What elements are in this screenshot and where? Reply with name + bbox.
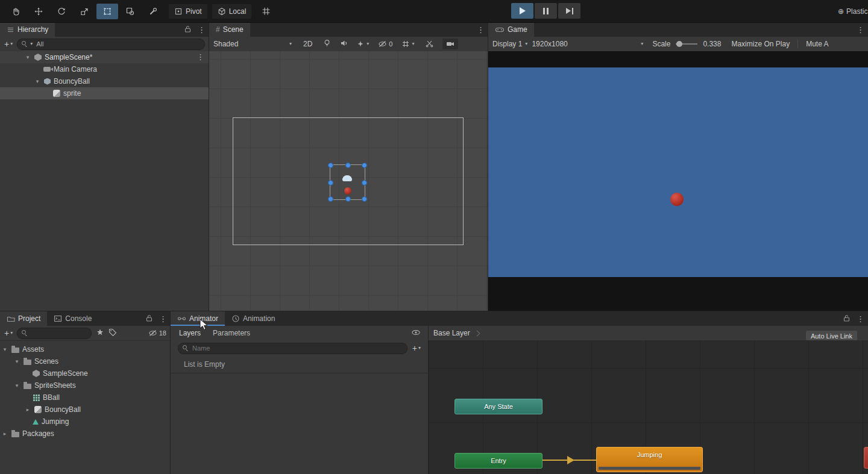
lock-icon[interactable] (842, 314, 851, 324)
kebab-icon[interactable]: ⋮ (159, 315, 167, 323)
tab-scene[interactable]: # Scene (209, 22, 250, 37)
hierarchy-search[interactable]: ▾ (17, 39, 205, 50)
step-button[interactable] (558, 3, 580, 19)
selection-handle[interactable] (362, 163, 367, 168)
mute-audio-button[interactable]: Mute A (806, 40, 828, 48)
play-controls (511, 3, 580, 19)
expander-icon[interactable]: ▾ (13, 358, 20, 364)
breadcrumb-base-layer[interactable]: Base Layer (433, 329, 470, 337)
caret-down-icon: ▾ (366, 42, 369, 46)
project-row-bball[interactable]: BBall (0, 391, 171, 404)
create-asset-button[interactable]: + ▾ (4, 329, 13, 337)
project-row-bouncyball[interactable]: ▸ BouncyBall (0, 404, 171, 416)
project-row-assets[interactable]: ▾ Assets (0, 343, 171, 355)
kebab-icon[interactable]: ⋮ (198, 26, 206, 34)
selection-handle[interactable] (362, 196, 367, 202)
expander-icon[interactable]: ▸ (1, 431, 8, 437)
tab-animation[interactable]: Animation (225, 311, 281, 326)
scene-cut-tool-button[interactable] (425, 39, 433, 49)
local-toggle-button[interactable]: Local (212, 4, 252, 19)
expander-icon[interactable]: ▸ (24, 407, 31, 413)
kebab-icon[interactable]: ⋮ (477, 26, 485, 34)
project-row-spritesheets[interactable]: ▾ SpriteSheets (0, 379, 171, 391)
create-menu-button[interactable]: + ▾ (4, 40, 13, 48)
search-by-type-button[interactable] (96, 328, 104, 338)
scene-effects-dropdown[interactable]: ▾ (356, 40, 369, 48)
scissors-icon (425, 39, 433, 48)
draw-mode-dropdown[interactable]: Shaded ▾ (213, 40, 292, 48)
search-by-label-button[interactable] (108, 328, 117, 338)
hierarchy-search-input[interactable] (35, 40, 200, 48)
selection-handle[interactable] (345, 163, 351, 168)
scale-tool-button[interactable] (74, 4, 95, 19)
layers-search[interactable] (178, 343, 407, 354)
hand-tool-button[interactable] (5, 4, 27, 19)
sprite-selection-box[interactable] (330, 164, 365, 200)
project-row-scenes[interactable]: ▾ Scenes (0, 355, 171, 367)
display-dropdown[interactable]: Display 1 ▾ (492, 40, 527, 48)
pivot-toggle-button[interactable]: Pivot (169, 4, 207, 19)
scene-grid-dropdown[interactable]: ▾ (401, 40, 414, 48)
selection-handle[interactable] (362, 180, 367, 186)
tab-hierarchy[interactable]: Hierarchy (0, 22, 55, 37)
selection-handle[interactable] (328, 163, 333, 168)
expander-icon[interactable]: ▾ (24, 54, 31, 60)
scale-slider[interactable] (676, 43, 697, 45)
node-jumping[interactable]: Jumping (596, 447, 703, 472)
lock-icon[interactable] (183, 25, 192, 35)
scene-lighting-button[interactable] (322, 39, 332, 49)
selection-handle[interactable] (328, 180, 333, 186)
tab-project[interactable]: Project (0, 311, 47, 326)
animator-graph[interactable]: Any State Entry Jumping (429, 340, 868, 474)
expander-icon[interactable]: ▾ (13, 382, 20, 388)
project-row-jumping[interactable]: Jumping (0, 416, 171, 428)
pause-button[interactable] (535, 3, 557, 19)
plastic-scm-button[interactable]: ⊕ Plastic (838, 0, 868, 22)
grid-snap-button[interactable] (255, 4, 277, 19)
toggle-2d-button[interactable]: 2D (303, 40, 312, 48)
hierarchy-scene-row[interactable]: ▾ SampleScene* ⋮ (0, 51, 209, 63)
eye-icon[interactable] (411, 329, 421, 338)
console-icon (54, 315, 62, 322)
node-any-state[interactable]: Any State (454, 399, 542, 414)
lock-icon[interactable] (145, 314, 153, 324)
kebab-icon[interactable]: ⋮ (197, 53, 204, 61)
tab-animator[interactable]: Animator (171, 311, 225, 326)
rect-tool-button[interactable] (96, 4, 118, 19)
selection-handle[interactable] (345, 196, 351, 202)
scene-camera-gizmo-button[interactable] (442, 39, 458, 49)
rotate-tool-button[interactable] (51, 4, 72, 19)
scene-audio-button[interactable] (339, 39, 348, 49)
scene-viewport[interactable] (209, 51, 488, 311)
tab-layers[interactable]: Layers (179, 329, 201, 337)
project-search[interactable] (17, 328, 92, 339)
project-search-input[interactable] (30, 329, 87, 337)
project-row-packages[interactable]: ▸ Packages (0, 428, 171, 440)
hierarchy-row-main-camera[interactable]: Main Camera (0, 63, 209, 75)
scene-hidden-objects-button[interactable]: 0 (378, 40, 392, 48)
node-entry[interactable]: Entry (454, 453, 542, 469)
move-tool-button[interactable] (28, 4, 49, 19)
transform-tool-button[interactable] (119, 4, 141, 19)
expander-icon[interactable]: ▾ (34, 78, 41, 84)
tab-parameters[interactable]: Parameters (213, 329, 250, 337)
auto-live-link-button[interactable]: Auto Live Link (806, 331, 857, 341)
project-hidden-count-button[interactable]: 18 (148, 329, 166, 337)
add-layer-button[interactable]: + ▾ (412, 344, 421, 352)
selection-handle[interactable] (328, 196, 333, 202)
kebab-icon[interactable]: ⋮ (857, 26, 864, 34)
kebab-icon[interactable]: ⋮ (857, 315, 864, 323)
custom-tool-button[interactable] (142, 4, 164, 19)
tab-console[interactable]: Console (47, 311, 98, 326)
tab-game[interactable]: Game (488, 22, 534, 37)
expander-icon[interactable]: ▾ (1, 346, 8, 352)
hierarchy-row-bouncyball[interactable]: ▾ BouncyBall (0, 75, 209, 87)
maximize-on-play-button[interactable]: Maximize On Play (731, 40, 790, 48)
game-viewport[interactable] (488, 51, 868, 311)
resolution-dropdown[interactable]: 1920x1080 ▾ (532, 40, 643, 48)
play-button[interactable] (511, 3, 533, 19)
layers-search-input[interactable] (191, 344, 403, 352)
node-exit-partial[interactable] (864, 447, 868, 469)
project-row-samplescene[interactable]: SampleScene (0, 367, 171, 379)
hierarchy-row-sprite[interactable]: sprite (0, 87, 209, 99)
